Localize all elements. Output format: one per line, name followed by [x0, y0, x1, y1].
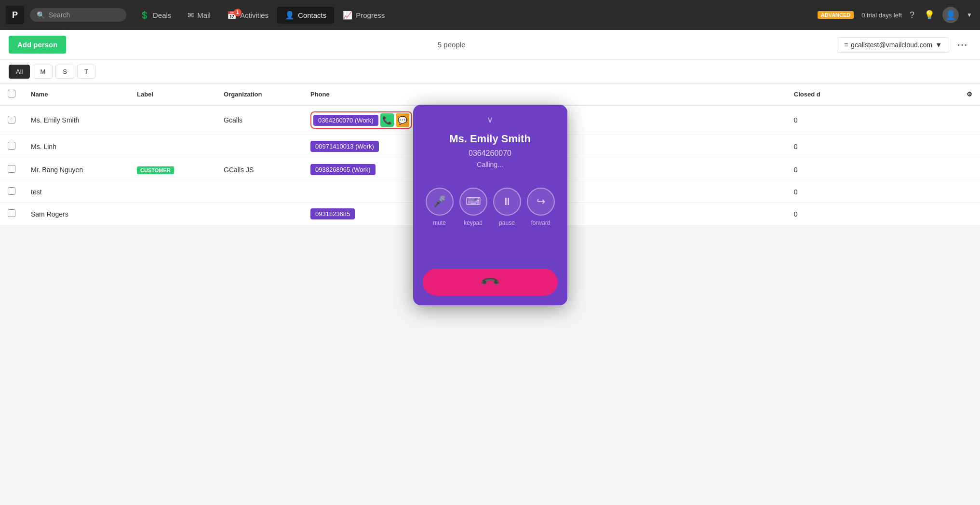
avatar-caret[interactable]: ▼ — [965, 10, 974, 20]
filter-tabs: All M S T — [0, 60, 980, 84]
row-2-closed: 0 — [786, 135, 959, 158]
row-3-checkbox[interactable] — [8, 165, 15, 173]
row-3-name[interactable]: Mr. Bang Nguyen — [23, 158, 129, 181]
row-2-name[interactable]: Ms. Linh — [23, 135, 129, 158]
row-3-org: GCalls JS — [216, 158, 303, 181]
pause-button[interactable]: ⏸ — [493, 188, 521, 216]
nav-mail[interactable]: ✉ Mail — [180, 7, 218, 24]
keypad-label: keypad — [464, 219, 483, 226]
nav-mail-label: Mail — [197, 11, 211, 19]
search-icon: 🔍 — [37, 11, 45, 19]
tab-t[interactable]: T — [77, 65, 95, 79]
tab-all[interactable]: All — [9, 65, 30, 79]
add-person-button[interactable]: Add person — [9, 36, 66, 54]
row-2-org — [216, 135, 303, 158]
pause-label: pause — [499, 219, 515, 226]
nav-contacts[interactable]: 👤 Contacts — [277, 7, 334, 24]
forward-button[interactable]: ↪ — [527, 188, 555, 216]
lightbulb-icon[interactable]: 💡 — [922, 8, 937, 22]
nav-activities[interactable]: 1 📅 Activities — [219, 7, 276, 24]
row-4-checkbox[interactable] — [8, 187, 15, 195]
forward-control: ↪ forward — [527, 188, 555, 226]
pause-control: ⏸ pause — [493, 188, 521, 226]
row-1-closed: 0 — [786, 105, 959, 135]
nav-deals-label: Deals — [153, 11, 171, 19]
mute-label: mute — [433, 219, 446, 226]
more-options-button[interactable]: ⋯ — [953, 37, 971, 53]
mute-button[interactable]: 🎤 — [426, 188, 454, 216]
call-contact-name: Ms. Emily Smith — [423, 133, 558, 145]
app-logo: P — [6, 6, 24, 24]
row-checkbox — [0, 203, 23, 226]
call-phone-number: 0364260070 — [423, 149, 558, 158]
progress-icon: 📈 — [343, 11, 352, 20]
message-button-1[interactable]: 💬 — [396, 113, 409, 127]
forward-label: forward — [531, 219, 550, 226]
keypad-button[interactable]: ⌨ — [459, 188, 487, 216]
row-1-label — [129, 105, 216, 135]
mail-icon: ✉ — [188, 11, 194, 20]
row-5-org — [216, 203, 303, 226]
main-content: Add person 5 people ≡ gcallstest@vmailcl… — [0, 30, 980, 505]
nav-progress[interactable]: 📈 Progress — [335, 7, 392, 24]
main-nav: 💲 Deals ✉ Mail 1 📅 Activities 👤 Contacts… — [132, 7, 392, 24]
row-5-closed: 0 — [786, 203, 959, 226]
header-settings[interactable]: ⚙ — [959, 84, 980, 105]
call-dialog: ∨ Ms. Emily Smith 0364260070 Calling... … — [413, 105, 567, 305]
row-4-name[interactable]: test — [23, 181, 129, 203]
advanced-badge: ADVANCED — [818, 11, 854, 19]
filter-caret: ▼ — [935, 41, 942, 49]
topbar-right: ADVANCED 0 trial days left ? 💡 👤 ▼ — [818, 7, 974, 23]
header-phone: Phone — [303, 84, 786, 105]
phone-number-1[interactable]: 0364260070 (Work) — [313, 115, 378, 126]
row-4-settings — [959, 181, 980, 203]
phone-highlight-ring: 0364260070 (Work) 📞 💬 — [310, 111, 412, 129]
select-all-checkbox[interactable] — [8, 90, 15, 97]
row-3-label: CUSTOMER — [129, 158, 216, 181]
header-name: Name — [23, 84, 129, 105]
row-3-settings — [959, 158, 980, 181]
keypad-control: ⌨ keypad — [459, 188, 487, 226]
user-avatar[interactable]: 👤 — [942, 7, 959, 23]
row-checkbox — [0, 135, 23, 158]
topbar: P 🔍 Search 💲 Deals ✉ Mail 1 📅 Activities… — [0, 0, 980, 30]
row-2-label — [129, 135, 216, 158]
help-icon[interactable]: ? — [908, 8, 916, 22]
row-2-checkbox[interactable] — [8, 142, 15, 150]
nav-deals[interactable]: 💲 Deals — [132, 7, 179, 24]
row-1-name[interactable]: Ms. Emily Smith — [23, 105, 129, 135]
deals-icon: 💲 — [140, 11, 149, 20]
phone-number-2[interactable]: 00971410013 (Work) — [310, 141, 379, 152]
customer-badge: CUSTOMER — [137, 166, 174, 174]
search-bar[interactable]: 🔍 Search — [30, 8, 126, 22]
row-4-closed: 0 — [786, 181, 959, 203]
hangup-button[interactable]: 📞 — [423, 269, 558, 296]
call-button-1[interactable]: 📞 — [380, 113, 394, 127]
tab-m[interactable]: M — [33, 65, 53, 79]
header-label: Label — [129, 84, 216, 105]
phone-number-3[interactable]: 0938268965 (Work) — [310, 164, 376, 175]
phone-number-5[interactable]: 0931823685 — [310, 208, 355, 219]
row-2-settings — [959, 135, 980, 158]
header-organization: Organization — [216, 84, 303, 105]
trial-text: 0 trial days left — [861, 12, 902, 19]
filter-label: gcallstest@vmailcloud.com — [851, 41, 932, 49]
mute-control: 🎤 mute — [426, 188, 454, 226]
search-placeholder: Search — [49, 11, 70, 19]
row-5-checkbox[interactable] — [8, 209, 15, 217]
tab-s[interactable]: S — [55, 65, 74, 79]
call-chevron[interactable]: ∨ — [423, 114, 558, 125]
avatar-icon: 👤 — [945, 10, 956, 20]
hangup-icon: 📞 — [479, 272, 501, 293]
people-count: 5 people — [72, 41, 831, 49]
nav-progress-label: Progress — [356, 11, 385, 19]
filter-dropdown[interactable]: ≡ gcallstest@vmailcloud.com ▼ — [837, 37, 949, 53]
row-1-checkbox[interactable] — [8, 116, 15, 123]
row-checkbox — [0, 181, 23, 203]
contacts-toolbar: Add person 5 people ≡ gcallstest@vmailcl… — [0, 30, 980, 60]
row-5-name[interactable]: Sam Rogers — [23, 203, 129, 226]
row-4-org — [216, 181, 303, 203]
nav-activities-label: Activities — [240, 11, 268, 19]
call-controls: 🎤 mute ⌨ keypad ⏸ pause ↪ forward — [423, 188, 558, 226]
filter-icon: ≡ — [844, 41, 848, 49]
